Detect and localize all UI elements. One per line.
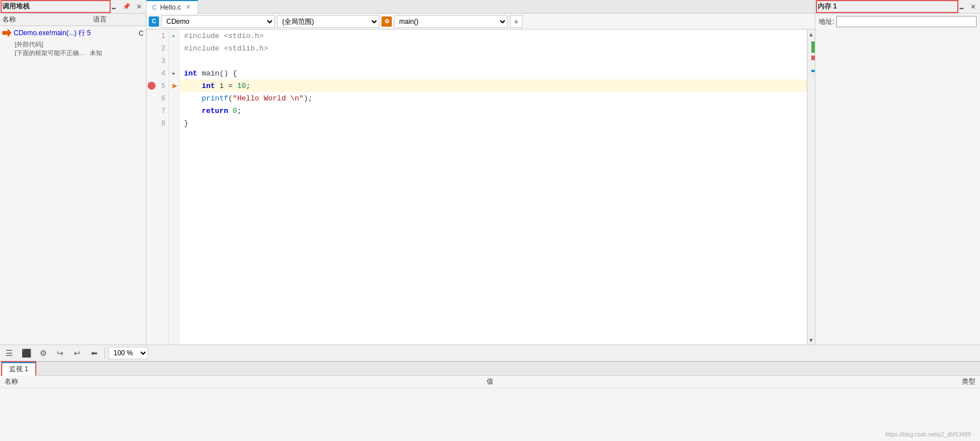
code-line-1: #include <stdio.h> [179,30,807,42]
box-view-button[interactable]: ⬛ [19,346,33,360]
code-line-3 [179,54,807,67]
gutter-3 [169,54,179,67]
code-line-5: int i = 10; [179,79,807,92]
line-num-5: 5 [146,79,169,92]
toolbar-c-icon: C [149,16,159,27]
call-stack-panel: 调用堆栈 🗕 📌 ✕ 名称 语言 CDemo.exe!main(...) 行 5… [0,0,146,345]
stack-item-1: [外部代码] [下面的框架可能不正确… 未知 [0,39,146,57]
line-num-3: 3 [146,54,169,67]
memory-pin-button[interactable]: 🗕 [957,3,966,11]
gutter-6 [169,92,179,104]
memory-panel-icons: 🗕 ✕ [957,2,978,11]
editor-panel: C Hello.c ✕ C CDemo (全局范围) ⚙ main() + 1 … [146,0,815,345]
call-stack-content[interactable]: CDemo.exe!main(...) 行 5 C [外部代码] [下面的框架可… [0,26,146,345]
hello-c-tab[interactable]: C Hello.c ✕ [146,0,198,14]
memory-content: 地址: [815,14,980,345]
pin-button[interactable]: 🗕 [109,3,119,11]
close-button[interactable]: ✕ [135,2,144,11]
tab-close-button[interactable]: ✕ [185,3,192,11]
bottom-toolbar: ☰ ⬛ ⚙ ↪ ↩ ⬅ 100 % [0,345,980,362]
scope-selector[interactable]: (全局范围) [277,15,379,28]
memory-title: 内存 1 [818,2,957,11]
memory-address-input[interactable] [836,16,977,27]
watch-col-headers: 名称 值 类型 [0,376,980,388]
code-line-2: #include <stdlib.h> [179,42,807,54]
scroll-track[interactable] [807,39,815,335]
stack-sub2-lang: 未知 [90,49,102,57]
auto-hide-button[interactable]: 📌 [121,2,132,11]
stack-lang: C [139,30,144,37]
watch-content[interactable] [0,388,980,441]
line-num-8: 8 [146,117,169,129]
tab-name: Hello.c [160,3,181,11]
scroll-marker-blue [811,70,815,72]
scroll-marker-red [811,56,815,60]
code-line-4: int main() { [179,67,807,79]
watermark: https://blog.csdn.net/p2_dbf13489 [881,430,975,439]
gutter-5: ➤ [169,79,179,92]
code-line-6: printf("Hello World \n"); [179,92,807,104]
step-in-button[interactable]: ↩ [70,346,84,360]
call-stack-header: 调用堆栈 🗕 📌 ✕ [0,0,146,14]
gutter-7 [169,104,179,117]
watch-tab-1[interactable]: 监视 1 [2,362,35,376]
watch-col-value: 值 [248,377,733,387]
memory-address-label: 地址: [819,17,834,27]
code-content[interactable]: #include <stdio.h> #include <stdlib.h> i… [179,30,807,345]
memory-panel: 内存 1 🗕 ✕ 地址: [815,0,980,345]
function-selector[interactable]: main() [394,15,508,28]
memory-header: 内存 1 🗕 ✕ [815,0,980,14]
col-lang-label: 语言 [93,15,107,24]
code-line-8: } [179,117,807,129]
add-member-button[interactable]: + [510,15,522,28]
stack-text: CDemo.exe!main(...) 行 5 C [14,28,144,38]
line-num-7: 7 [146,104,169,117]
step-out-button[interactable]: ↪ [53,346,67,360]
watch-tabs: 监视 1 [0,362,980,376]
watch-panel: 监视 1 名称 值 类型 https://blog.csdn.net/p2_db… [0,362,980,441]
line-num-6: 6 [146,92,169,104]
watch-col-name: 名称 [5,377,248,387]
tab-file-icon: C [152,4,157,11]
editor-scrollbar[interactable]: ▲ ▼ [807,30,815,345]
gutter-4: ▸ [169,67,179,79]
stack-sub-row: [外部代码] [14,40,144,49]
line-num-2: 2 [146,42,169,54]
code-gutter: ▸ ▸ ➤ [169,30,179,345]
stack-sub2: [下面的框架可能不正确… [14,49,85,57]
settings-button[interactable]: ⚙ [36,346,50,360]
scroll-down-arrow[interactable]: ▼ [807,335,815,345]
watch-col-type: 类型 [733,377,976,387]
stack-sub: [外部代码] [14,40,43,49]
col-name-label: 名称 [2,15,93,24]
line-numbers: 1 2 3 4 5 6 7 8 [146,30,169,345]
gutter-2 [169,42,179,54]
line-num-4: 4 [146,67,169,79]
toolbar-separator [104,347,105,359]
watch-tab-1-label: 监视 1 [9,364,28,374]
func-icon: ⚙ [382,16,392,27]
code-line-7: return 0; [179,104,807,117]
gutter-8 [169,117,179,129]
call-stack-title: 调用堆栈 [2,2,109,11]
memory-address-row: 地址: [819,16,977,27]
gutter-1: ▸ [169,30,179,42]
stack-func: CDemo.exe!main(...) 行 5 [14,28,139,38]
code-area: 1 2 3 4 5 6 7 8 ▸ ▸ ➤ [146,30,815,345]
project-selector[interactable]: CDemo [161,15,275,28]
memory-close-button[interactable]: ✕ [969,2,978,11]
stack-sub2-row: [下面的框架可能不正确… 未知 [14,49,144,57]
editor-toolbar: C CDemo (全局范围) ⚙ main() + [146,14,815,30]
stack-main-row: CDemo.exe!main(...) 行 5 C [14,28,144,38]
breakpoint-5 [148,82,156,90]
current-frame-icon [2,28,11,37]
zoom-selector[interactable]: 100 % [108,347,148,359]
scroll-marker-green [811,41,815,53]
panel-icons: 🗕 📌 ✕ [109,2,144,11]
jump-button[interactable]: ⬅ [87,346,101,360]
list-view-button[interactable]: ☰ [2,346,16,360]
stack-item-0[interactable]: CDemo.exe!main(...) 行 5 C [0,27,146,39]
editor-tabs: C Hello.c ✕ [146,0,815,14]
col-headers: 名称 语言 [0,14,146,26]
scroll-up-arrow[interactable]: ▲ [807,30,815,39]
